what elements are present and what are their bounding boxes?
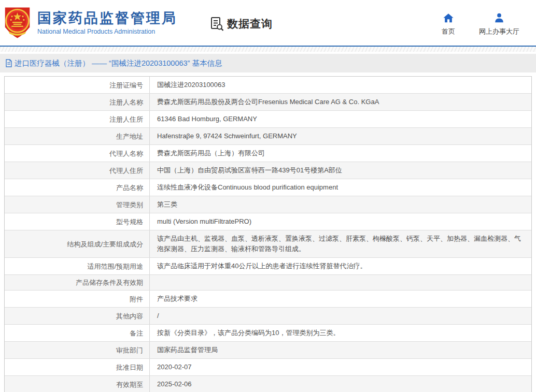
- row-label-text: 代理人住所: [109, 166, 143, 175]
- row-label-text: 有效期至: [116, 380, 143, 389]
- table-row: 生产地址 Hafenstraβe 9, 97424 Schweinfurt, G…: [5, 128, 531, 145]
- row-label-text: 管理类别: [116, 200, 143, 209]
- row-label-text: 审批部门: [116, 346, 143, 355]
- row-label: 其他内容: [5, 308, 150, 324]
- row-label: 代理人名称: [5, 145, 150, 162]
- row-label-text: 产品储存条件及有效期: [76, 278, 143, 287]
- row-label: 批准日期: [5, 359, 150, 375]
- row-value: 2020-02-07: [150, 359, 531, 375]
- row-value: 按新《分类目录》，该产品分类编码为10，管理类别为三类。: [150, 325, 531, 341]
- row-value: [150, 275, 531, 290]
- row-label-text: 注册人住所: [109, 115, 143, 124]
- table-row: 批准日期 2020-02-07: [5, 359, 531, 376]
- org-title-block: 国家药品监督管理局 National Medical Products Admi…: [37, 10, 177, 35]
- home-icon: [443, 12, 454, 24]
- table-row: 注册人名称 费森尤斯医药用品股份及两合公司Fresenius Medical C…: [5, 94, 531, 111]
- data-query-section: 数据查询: [209, 16, 273, 32]
- table-row: 注册人住所 61346 Bad Homburg, GERMANY: [5, 111, 531, 128]
- data-query-label: 数据查询: [227, 17, 273, 31]
- row-value: 第三类: [150, 196, 531, 213]
- breadcrumb-text: 进口医疗器械（注册） —— “国械注进20203100063” 基本信息: [15, 59, 222, 68]
- row-label: 代理人住所: [5, 162, 150, 179]
- nav-service-hall-label: 网上办事大厅: [479, 27, 519, 36]
- row-label-text: 注册人名称: [109, 98, 143, 107]
- header-nav: 首页 网上办事大厅: [442, 12, 519, 36]
- row-label: 适用范围/预期用途: [5, 258, 150, 274]
- row-label: 注册人住所: [5, 111, 150, 127]
- org-name-en: National Medical Products Administration: [37, 28, 177, 35]
- table-row: 备注 按新《分类目录》，该产品分类编码为10，管理类别为三类。: [5, 325, 531, 342]
- row-label: 审批部门: [5, 342, 150, 358]
- row-value: Hafenstraβe 9, 97424 Schweinfurt, GERMAN…: [150, 128, 531, 144]
- striped-band: [0, 47, 536, 52]
- row-label: 管理类别: [5, 196, 150, 213]
- page-header: 国家药品监督管理局 National Medical Products Admi…: [0, 0, 536, 46]
- row-label: 生产地址: [5, 128, 150, 144]
- row-label-text: 适用范围/预期用途: [87, 262, 143, 271]
- row-label: 注册人名称: [5, 94, 150, 110]
- row-value: 国械注进20203100063: [150, 77, 531, 93]
- row-label-text: 代理人名称: [109, 149, 143, 158]
- row-label-text: 产品名称: [116, 183, 143, 192]
- row-label-text: 生产地址: [116, 132, 143, 141]
- table-row: 型号规格 multi (Version multiFiltratePRO): [5, 213, 531, 230]
- table-row: 注册证编号 国械注进20203100063: [5, 77, 531, 94]
- nav-item-service-hall[interactable]: 网上办事大厅: [479, 12, 519, 36]
- national-emblem-logo: [3, 6, 32, 39]
- nav-home-label: 首页: [442, 27, 455, 36]
- table-row: 产品名称 连续性血液净化设备Continuous blood purificat…: [5, 179, 531, 196]
- row-value: 2025-02-06: [150, 376, 531, 392]
- row-label: 产品名称: [5, 179, 150, 196]
- row-value: 费森尤斯医药用品股份及两合公司Fresenius Medical Care AG…: [150, 94, 531, 110]
- row-value: 该产品由主机、监视器、血泵、透析液泵、置换液泵、过滤泵、肝素泵、枸橼酸泵、钙泵、…: [150, 230, 531, 257]
- row-value: 61346 Bad Homburg, GERMANY: [150, 111, 531, 127]
- table-row: 代理人名称 费森尤斯医药用品（上海）有限公司: [5, 145, 531, 162]
- row-value: /: [150, 308, 531, 324]
- row-value: 费森尤斯医药用品（上海）有限公司: [150, 145, 531, 162]
- row-value: 中国（上海）自由贸易试验区富特西一路439号01号楼第A部位: [150, 162, 531, 179]
- row-label-text: 批准日期: [116, 363, 143, 372]
- table-row: 结构及组成/主要组成成分 该产品由主机、监视器、血泵、透析液泵、置换液泵、过滤泵…: [5, 230, 531, 258]
- row-label: 备注: [5, 325, 150, 341]
- row-value: 连续性血液净化设备Continuous blood purification e…: [150, 179, 531, 196]
- document-search-icon: [209, 16, 225, 32]
- table-row: 管理类别 第三类: [5, 196, 531, 213]
- row-label: 附件: [5, 291, 150, 307]
- row-value: 国家药品监督管理局: [150, 342, 531, 358]
- table-row: 代理人住所 中国（上海）自由贸易试验区富特西一路439号01号楼第A部位: [5, 162, 531, 179]
- row-label-text: 备注: [130, 329, 143, 338]
- record-table: 注册证编号 国械注进20203100063 注册人名称 费森尤斯医药用品股份及两…: [4, 76, 532, 392]
- table-row: 有效期至 2025-02-06: [5, 376, 531, 392]
- row-label-text: 注册证编号: [109, 81, 143, 90]
- table-row: 产品储存条件及有效期: [5, 275, 531, 291]
- row-label: 产品储存条件及有效期: [5, 275, 150, 290]
- row-label-text: 其他内容: [116, 312, 143, 321]
- document-icon: [5, 59, 12, 67]
- nav-item-home[interactable]: 首页: [442, 12, 455, 36]
- row-label: 注册证编号: [5, 77, 150, 93]
- row-label-text: 附件: [130, 295, 143, 303]
- row-label-text: 型号规格: [116, 217, 143, 226]
- row-label-text: 结构及组成/主要组成成分: [67, 240, 143, 249]
- row-label: 有效期至: [5, 376, 150, 392]
- row-label: 型号规格: [5, 213, 150, 230]
- row-label: 结构及组成/主要组成成分: [5, 230, 150, 257]
- row-value: 该产品临床适用于对体重40公斤以上的患者进行连续性肾脏替代治疗。: [150, 258, 531, 274]
- org-name-cn: 国家药品监督管理局: [37, 10, 177, 26]
- table-row: 审批部门 国家药品监督管理局: [5, 342, 531, 359]
- user-icon: [493, 12, 505, 24]
- breadcrumb: 进口医疗器械（注册） —— “国械注进20203100063” 基本信息: [0, 54, 536, 72]
- row-value: 产品技术要求: [150, 291, 531, 307]
- row-value: multi (Version multiFiltratePRO): [150, 213, 531, 230]
- table-row: 附件 产品技术要求: [5, 291, 531, 308]
- table-row: 其他内容 /: [5, 308, 531, 325]
- table-row: 适用范围/预期用途 该产品临床适用于对体重40公斤以上的患者进行连续性肾脏替代治…: [5, 258, 531, 275]
